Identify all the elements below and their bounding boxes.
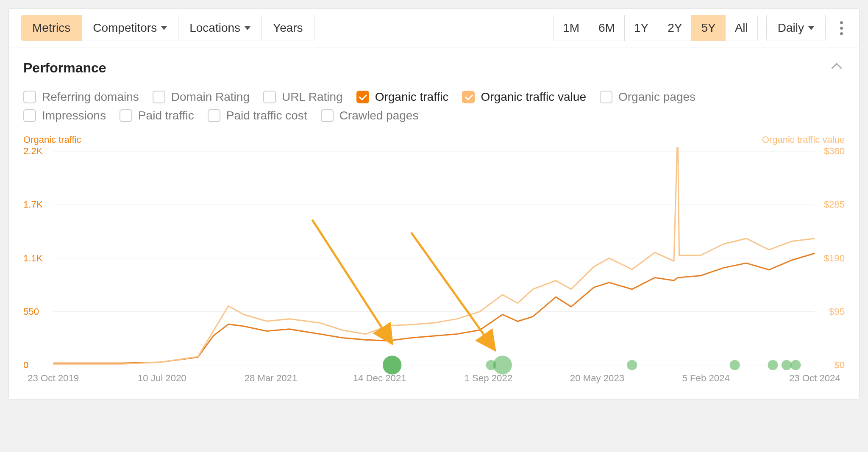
left-tick: 2.2K: [23, 147, 43, 156]
x-tick: 10 Jul 2020: [138, 373, 186, 383]
section-title: Performance: [23, 60, 106, 76]
metric-label: URL Rating: [282, 90, 343, 104]
series-organic-traffic-value: [53, 147, 815, 364]
checkbox-icon: [356, 91, 369, 103]
event-marker[interactable]: [782, 360, 792, 370]
metric-label: Paid traffic: [138, 109, 194, 122]
event-marker[interactable]: [627, 360, 637, 370]
right-tick: $190: [824, 253, 845, 263]
view-tabs: MetricsCompetitorsLocationsYears: [21, 15, 314, 41]
metric-checkbox-row: Referring domainsDomain RatingURL Rating…: [9, 80, 859, 107]
metric-organic-pages[interactable]: Organic pages: [600, 90, 696, 104]
x-tick: 28 Mar 2021: [245, 373, 298, 383]
left-tick: 1.7K: [23, 199, 43, 210]
caret-down-icon: [245, 26, 250, 30]
metric-label: Domain Rating: [171, 90, 250, 104]
tab-label: Locations: [189, 21, 240, 35]
metric-url-rating[interactable]: URL Rating: [263, 90, 343, 104]
left-tick: 0: [23, 360, 28, 370]
range-6m[interactable]: 6M: [589, 15, 624, 41]
tab-label: Metrics: [32, 21, 70, 35]
series-organic-traffic: [53, 253, 815, 363]
checkbox-icon: [600, 91, 612, 103]
metric-crawled-pages[interactable]: Crawled pages: [321, 109, 419, 122]
tab-label: Years: [273, 21, 303, 35]
checkbox-icon: [23, 91, 36, 103]
metric-label: Crawled pages: [339, 109, 419, 122]
x-tick: 23 Oct 2019: [28, 373, 79, 383]
performance-panel: MetricsCompetitorsLocationsYears 1M6M1Y2…: [8, 8, 860, 399]
time-range-group: 1M6M1Y2Y5YAll: [553, 15, 758, 41]
checkbox-icon: [462, 91, 475, 103]
tab-metrics[interactable]: Metrics: [21, 15, 81, 41]
tab-years[interactable]: Years: [262, 15, 314, 41]
metric-paid-traffic-cost[interactable]: Paid traffic cost: [208, 109, 307, 122]
metric-organic-traffic[interactable]: Organic traffic: [356, 90, 449, 104]
x-tick: 20 May 2023: [570, 373, 624, 383]
toolbar: MetricsCompetitorsLocationsYears 1M6M1Y2…: [9, 9, 859, 47]
performance-chart[interactable]: 2.2K1.7K1.1K5500 $380$285$190$95$0 23 Oc…: [23, 147, 845, 386]
x-tick: 23 Oct 2024: [789, 373, 840, 383]
more-menu-button[interactable]: [836, 17, 847, 39]
range-2y[interactable]: 2Y: [658, 15, 691, 41]
event-marker[interactable]: [790, 360, 801, 370]
granularity-button[interactable]: Daily: [767, 15, 825, 41]
event-marker[interactable]: [383, 356, 401, 374]
checkbox-icon: [153, 91, 165, 103]
metric-paid-traffic[interactable]: Paid traffic: [120, 109, 194, 122]
x-tick: 14 Dec 2021: [353, 373, 406, 383]
section-header: Performance: [9, 47, 859, 80]
checkbox-icon: [321, 109, 334, 122]
metric-domain-rating[interactable]: Domain Rating: [153, 90, 250, 104]
annotation-arrow: [411, 233, 495, 350]
metric-label: Organic traffic: [375, 90, 449, 104]
annotation-arrow: [312, 220, 392, 344]
range-1m[interactable]: 1M: [554, 15, 589, 41]
tab-competitors[interactable]: Competitors: [81, 15, 178, 41]
event-marker[interactable]: [493, 356, 512, 374]
granularity-group: Daily: [766, 15, 826, 41]
x-tick: 1 Sep 2022: [465, 373, 513, 383]
right-tick: $0: [834, 360, 845, 370]
tab-locations[interactable]: Locations: [178, 15, 262, 41]
metric-label: Impressions: [42, 109, 106, 122]
event-marker[interactable]: [730, 360, 740, 370]
metric-label: Referring domains: [42, 90, 139, 104]
tab-label: Competitors: [93, 21, 157, 35]
right-axis-title: Organic traffic value: [762, 134, 845, 145]
right-tick: $285: [824, 199, 845, 210]
checkbox-icon: [208, 109, 220, 122]
metric-organic-traffic-value[interactable]: Organic traffic value: [462, 90, 586, 104]
range-all[interactable]: All: [725, 15, 757, 41]
granularity-label: Daily: [778, 21, 804, 35]
left-tick: 550: [23, 306, 39, 317]
left-axis-title: Organic traffic: [23, 134, 81, 145]
left-tick: 1.1K: [23, 253, 43, 263]
right-tick: $95: [829, 306, 845, 317]
chart-container: Organic traffic Organic traffic value 2.…: [9, 126, 859, 399]
checkbox-icon: [120, 109, 132, 122]
metric-impressions[interactable]: Impressions: [23, 109, 106, 122]
metric-checkbox-row: ImpressionsPaid trafficPaid traffic cost…: [9, 107, 859, 126]
event-marker[interactable]: [768, 360, 778, 370]
checkbox-icon: [23, 109, 36, 122]
range-5y[interactable]: 5Y: [691, 15, 725, 41]
caret-down-icon: [808, 26, 814, 30]
collapse-icon[interactable]: [831, 63, 842, 73]
caret-down-icon: [161, 26, 167, 30]
metric-label: Organic traffic value: [481, 90, 586, 104]
range-1y[interactable]: 1Y: [624, 15, 658, 41]
right-tick: $380: [824, 147, 845, 156]
metric-label: Paid traffic cost: [226, 109, 307, 122]
metric-referring-domains[interactable]: Referring domains: [23, 90, 139, 104]
x-tick: 5 Feb 2024: [682, 373, 730, 383]
metric-label: Organic pages: [618, 90, 696, 104]
checkbox-icon: [263, 91, 276, 103]
